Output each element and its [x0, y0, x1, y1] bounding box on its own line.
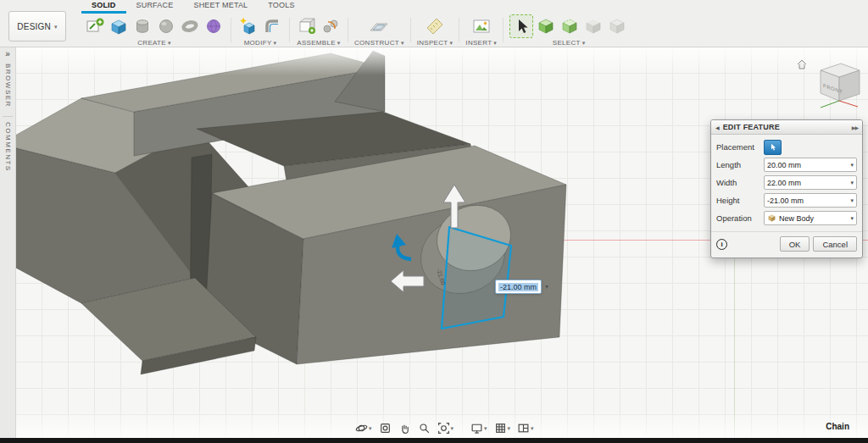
expand-right-icon[interactable]: ▶▶ [852, 125, 858, 130]
select-cursor-icon[interactable] [509, 14, 533, 38]
chevron-down-icon: ▾ [582, 40, 586, 46]
sphere-icon[interactable] [155, 15, 177, 37]
placement-label: Placement [716, 142, 764, 152]
measure-icon[interactable] [424, 15, 446, 37]
create-label: CREATE [137, 39, 166, 47]
insert-canvas-icon[interactable] [470, 15, 492, 37]
selection-filter-icon[interactable] [606, 15, 628, 37]
info-icon[interactable]: i [716, 239, 727, 250]
width-value: 22.00 mm [767, 179, 801, 187]
new-body-icon [767, 213, 776, 223]
chevron-down-icon: ▾ [850, 215, 854, 221]
pan-icon[interactable] [397, 421, 413, 435]
axis-y-indicator [821, 101, 839, 108]
edit-feature-dialog: ◀ EDIT FEATURE ▶▶ Placement Length 20.00… [710, 119, 863, 258]
tab-surface[interactable]: SURFACE [126, 0, 184, 14]
box-icon[interactable] [108, 15, 130, 37]
chevron-down-icon: ▾ [168, 40, 171, 46]
dimension-input[interactable]: -21.00 mm [495, 280, 542, 294]
separator [289, 18, 290, 42]
grid-and-snaps-icon[interactable]: ▾ [492, 421, 513, 435]
group-insert: INSERT ▾ [461, 14, 501, 47]
group-select: SELECT ▾ [505, 14, 632, 47]
selection-freeform-icon[interactable] [559, 15, 581, 37]
chevron-down-icon: ▾ [450, 40, 453, 46]
fit-icon[interactable]: ▾ [436, 421, 456, 435]
dialog-title: EDIT FEATURE [723, 123, 849, 131]
selection-window-icon[interactable] [535, 15, 557, 37]
rail-divider [3, 116, 13, 117]
tab-solid[interactable]: SOLID [81, 0, 126, 14]
press-pull-icon[interactable] [237, 15, 259, 37]
height-value: -21.00 mm [767, 197, 804, 205]
insert-dropdown[interactable]: INSERT ▾ [465, 39, 497, 47]
assemble-dropdown[interactable]: ASSEMBLE ▾ [297, 39, 340, 47]
tab-sheet-metal[interactable]: SHEET METAL [183, 0, 258, 14]
separator [410, 18, 411, 42]
separator [231, 18, 231, 42]
inspect-dropdown[interactable]: INSPECT ▾ [417, 39, 453, 47]
viewports-icon[interactable]: ▾ [515, 421, 536, 435]
group-construct: CONSTRUCT ▾ [350, 14, 409, 47]
group-assemble: ASSEMBLE ▾ [292, 14, 346, 47]
design-workspace-menu[interactable]: DESIGN ▾ [8, 11, 66, 42]
new-component-icon[interactable] [296, 15, 318, 37]
chevron-down-icon: ▾ [493, 40, 497, 46]
height-row: Height -21.00 mm ▾ [716, 191, 857, 209]
selected-profile[interactable] [442, 227, 511, 329]
selection-paint-icon[interactable] [582, 15, 604, 37]
chevron-down-icon: ▾ [401, 40, 404, 46]
inspect-label: INSPECT [417, 39, 448, 47]
tab-tools[interactable]: TOOLS [258, 0, 304, 14]
length-combobox[interactable]: 20.00 mm ▾ [764, 158, 857, 172]
status-chain-label: Chain [826, 422, 849, 431]
create-dropdown[interactable]: CREATE ▾ [137, 39, 170, 47]
length-label: Length [716, 160, 764, 169]
chevron-down-icon: ▾ [850, 162, 854, 168]
construct-plane-icon[interactable] [368, 15, 390, 37]
select-dropdown[interactable]: SELECT ▾ [553, 39, 586, 47]
dialog-body: Placement Length 20.00 mm ▾ Width 22.00 … [711, 135, 862, 229]
ribbon-tabs: SOLID SURFACE SHEET METAL TOOLS [81, 0, 305, 14]
joint-icon[interactable] [320, 15, 342, 37]
dialog-header[interactable]: ◀ EDIT FEATURE ▶▶ [711, 120, 862, 135]
fusion-window: { "glyphs": { "caret": "▾", "pin": "▶▶",… [0, 0, 868, 443]
zoom-icon[interactable] [416, 421, 432, 435]
torus-icon[interactable] [179, 15, 201, 37]
width-combobox[interactable]: 22.00 mm ▾ [764, 175, 857, 190]
toolbar: DESIGN ▾ SOLID SURFACE SHEET METAL TOOLS [0, 0, 868, 47]
orbit-icon[interactable]: ▾ [353, 421, 374, 435]
dialog-footer: i OK Cancel [711, 231, 862, 257]
dimension-dropdown-icon[interactable]: ▾ [545, 283, 548, 291]
ok-button[interactable]: OK [780, 236, 810, 252]
insert-label: INSERT [465, 39, 492, 47]
fillet-icon[interactable] [261, 15, 283, 37]
select-label: SELECT [553, 39, 581, 47]
cylinder-icon[interactable] [131, 15, 153, 37]
home-view-icon[interactable] [798, 60, 806, 69]
create-sketch-icon[interactable] [84, 15, 106, 37]
collapse-icon[interactable]: ◀ [715, 125, 720, 130]
group-inspect: INSPECT ▾ [413, 14, 458, 47]
view-cube[interactable]: FRONT [795, 57, 868, 118]
display-settings-icon[interactable]: ▾ [469, 421, 489, 435]
timeline-collapsed-bar [0, 438, 868, 443]
length-row: Length 20.00 mm ▾ [716, 156, 857, 174]
modify-dropdown[interactable]: MODIFY ▾ [244, 39, 277, 47]
construct-label: CONSTRUCT [354, 39, 399, 47]
placement-select-button[interactable] [764, 140, 782, 155]
cancel-button[interactable]: Cancel [813, 236, 857, 252]
look-at-icon[interactable] [377, 421, 393, 435]
height-combobox[interactable]: -21.00 mm ▾ [764, 193, 857, 208]
chevron-down-icon: ▾ [850, 197, 854, 203]
chevron-down-icon: ▾ [850, 180, 854, 186]
dimension-input-group: -21.00 mm ▾ [495, 280, 548, 293]
construct-dropdown[interactable]: CONSTRUCT ▾ [354, 39, 404, 47]
chevron-down-icon: ▾ [369, 425, 372, 431]
expand-panel-icon[interactable]: » [5, 47, 10, 60]
length-value: 20.00 mm [767, 161, 801, 169]
operation-combobox[interactable]: New Body ▾ [764, 211, 857, 225]
comments-panel-tab[interactable]: COMMENTS [4, 122, 12, 172]
browser-panel-tab[interactable]: BROWSER [4, 64, 12, 108]
create-form-icon[interactable] [203, 15, 225, 37]
